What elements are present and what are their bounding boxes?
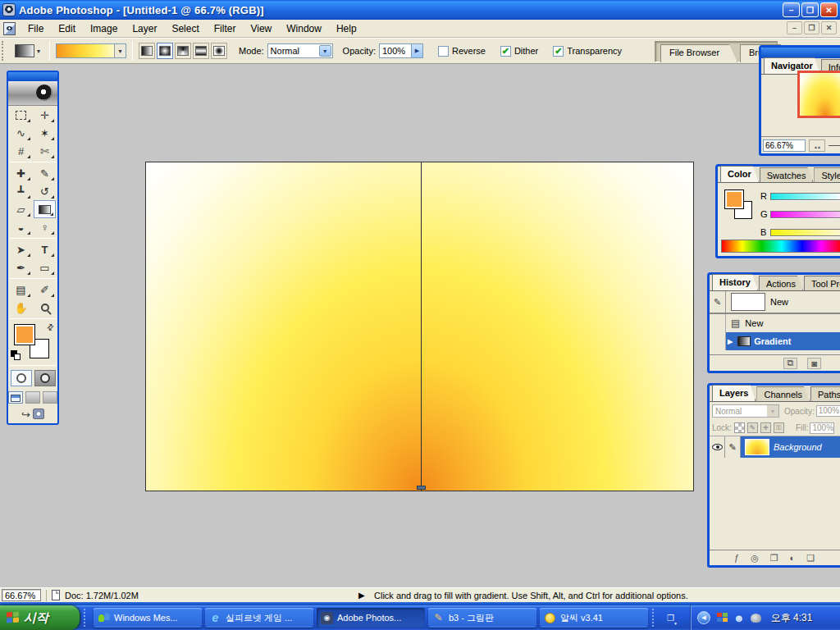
hide-tray-icons-button[interactable]: ◀ bbox=[697, 611, 710, 624]
transparency-checkbox[interactable]: ✔ bbox=[553, 46, 564, 57]
angle-gradient-button[interactable] bbox=[175, 43, 191, 59]
fill-value[interactable]: 100% bbox=[810, 422, 834, 434]
dither-checkbox-group[interactable]: ✔ Dither bbox=[500, 46, 538, 57]
zoom-out-icon[interactable]: ▲▲ bbox=[809, 139, 825, 152]
background-layer-row[interactable]: ✎ Background bbox=[710, 436, 840, 458]
toolbox-title-bar[interactable] bbox=[8, 72, 57, 81]
lock-all-icon[interactable]: ⚿ bbox=[774, 422, 784, 433]
taskbar-separator[interactable] bbox=[652, 609, 659, 627]
dither-checkbox[interactable]: ✔ bbox=[500, 46, 511, 57]
doc-minimize-button[interactable]: – bbox=[787, 21, 802, 34]
move-tool[interactable]: ✛ bbox=[34, 106, 56, 124]
jump-to-imageready-icon[interactable]: ↪ bbox=[21, 409, 30, 421]
lock-image-icon[interactable]: ✎ bbox=[747, 422, 758, 433]
task-alsee[interactable]: 알씨 v3.41 bbox=[540, 608, 648, 628]
history-brush-well[interactable] bbox=[710, 314, 726, 332]
document-canvas[interactable] bbox=[145, 162, 694, 491]
new-layer-button[interactable]: ❏ bbox=[806, 553, 815, 564]
swap-colors-icon[interactable]: ⇄ bbox=[44, 322, 56, 333]
blend-mode-select[interactable]: Normal ▼ bbox=[712, 404, 779, 418]
layer-thumbnail[interactable] bbox=[745, 439, 769, 455]
history-state-gradient[interactable]: ▶ Gradient bbox=[710, 332, 840, 350]
task-windows-messenger[interactable]: Windows Mes... bbox=[94, 608, 202, 628]
blur-tool[interactable]: ◒ bbox=[10, 218, 32, 236]
file-browser-tab[interactable]: File Browser bbox=[660, 44, 737, 62]
tab-color[interactable]: Color bbox=[720, 166, 759, 182]
doc-close-button[interactable]: ✕ bbox=[821, 21, 837, 34]
default-colors-icon[interactable] bbox=[11, 350, 21, 361]
dodge-tool[interactable]: ♀ bbox=[34, 218, 56, 236]
imageready-logo-icon[interactable] bbox=[33, 409, 44, 419]
eyedropper-tool[interactable]: ✐ bbox=[34, 281, 56, 299]
rectangle-tool[interactable]: ▭ bbox=[34, 258, 56, 276]
minimize-button[interactable]: – bbox=[783, 2, 800, 17]
red-slider[interactable] bbox=[770, 193, 840, 200]
status-zoom-input[interactable]: 66.67% bbox=[2, 589, 41, 601]
menu-help[interactable]: Help bbox=[329, 21, 364, 36]
tab-paths[interactable]: Paths bbox=[810, 386, 840, 401]
healing-brush-tool[interactable]: ✚ bbox=[10, 164, 32, 182]
green-slider[interactable] bbox=[770, 211, 840, 218]
fullscreen-menu-mode-button[interactable] bbox=[25, 391, 40, 404]
lasso-tool[interactable]: ∿ bbox=[10, 124, 32, 142]
new-layer-set-button[interactable]: ❐ bbox=[770, 553, 778, 564]
add-layer-mask-button[interactable]: ◎ bbox=[751, 553, 759, 564]
fullscreen-mode-button[interactable] bbox=[43, 391, 57, 404]
tab-swatches[interactable]: Swatches bbox=[760, 167, 814, 182]
crop-tool[interactable]: # bbox=[10, 142, 32, 160]
menu-filter[interactable]: Filter bbox=[207, 21, 244, 36]
new-document-from-state-button[interactable]: ⧉ bbox=[783, 358, 797, 369]
mode-select[interactable]: Normal ▼ bbox=[267, 43, 333, 58]
new-snapshot-button[interactable]: ◙ bbox=[807, 358, 821, 369]
gradient-preview[interactable]: ▾ bbox=[56, 43, 126, 58]
brush-tool[interactable]: ✎ bbox=[34, 164, 56, 182]
foreground-color-swatch[interactable] bbox=[14, 324, 35, 345]
start-button[interactable]: 시작 bbox=[0, 605, 80, 630]
language-bar-icon[interactable]: ❐ bbox=[667, 614, 683, 623]
menu-layer[interactable]: Layer bbox=[125, 21, 164, 36]
task-paint[interactable]: ✎ b3 - 그림판 bbox=[428, 608, 536, 628]
type-tool[interactable]: T bbox=[34, 240, 56, 258]
tab-history[interactable]: History bbox=[712, 274, 758, 290]
tray-utility-icon[interactable] bbox=[751, 614, 761, 623]
color-spectrum-ramp[interactable] bbox=[721, 240, 840, 253]
tab-layers[interactable]: Layers bbox=[712, 385, 756, 401]
zoom-tool[interactable] bbox=[34, 299, 56, 317]
diamond-gradient-button[interactable] bbox=[211, 43, 227, 59]
taskbar-clock[interactable]: 오후 4:31 bbox=[771, 611, 813, 625]
menu-edit[interactable]: Edit bbox=[51, 21, 83, 36]
menu-image[interactable]: Image bbox=[83, 21, 125, 36]
tab-channels[interactable]: Channels bbox=[756, 386, 809, 401]
rectangular-marquee-tool[interactable] bbox=[10, 106, 32, 124]
messenger-tray-icon[interactable]: ☻ bbox=[733, 612, 745, 624]
opacity-input[interactable]: 100% bbox=[379, 43, 412, 58]
radial-gradient-button[interactable] bbox=[157, 43, 173, 59]
reverse-checkbox-group[interactable]: Reverse bbox=[438, 46, 486, 57]
standard-screen-mode-button[interactable] bbox=[8, 391, 23, 404]
adjustment-layer-button[interactable]: ◐ bbox=[790, 553, 796, 563]
tool-preset-picker[interactable]: ▾ bbox=[11, 43, 43, 59]
layer-visibility-toggle[interactable] bbox=[710, 436, 725, 458]
history-state-new[interactable]: ▤ New bbox=[710, 314, 840, 332]
eraser-tool[interactable]: ▱ bbox=[10, 200, 32, 218]
gradient-picker-arrow[interactable]: ▾ bbox=[114, 44, 126, 57]
quick-launch-separator[interactable] bbox=[84, 609, 90, 627]
slice-tool[interactable]: ✄ bbox=[34, 142, 56, 160]
lock-position-icon[interactable]: ✛ bbox=[760, 422, 771, 433]
quick-mask-mode-button[interactable] bbox=[34, 370, 56, 386]
opacity-slider-arrow[interactable]: ▶ bbox=[412, 43, 423, 58]
menu-window[interactable]: Window bbox=[279, 21, 329, 36]
history-brush-source-icon[interactable]: ✎ bbox=[710, 291, 726, 313]
options-grip[interactable] bbox=[2, 41, 7, 61]
gradient-tool[interactable] bbox=[34, 200, 56, 218]
lock-transparency-icon[interactable] bbox=[734, 422, 745, 433]
status-arrow-icon[interactable]: ▶ bbox=[358, 591, 365, 600]
tab-actions[interactable]: Actions bbox=[759, 276, 803, 290]
restore-button[interactable]: ❐ bbox=[801, 2, 819, 17]
foreground-color-swatch[interactable] bbox=[724, 189, 744, 209]
layer-style-button[interactable]: ƒ bbox=[734, 553, 739, 563]
task-internet-explorer[interactable]: e 실피르넷 게임 ... bbox=[205, 608, 313, 628]
reflected-gradient-button[interactable] bbox=[193, 43, 209, 59]
task-adobe-photoshop[interactable]: ◉ Adobe Photos... bbox=[317, 608, 425, 628]
magic-wand-tool[interactable]: ✶ bbox=[34, 124, 56, 142]
